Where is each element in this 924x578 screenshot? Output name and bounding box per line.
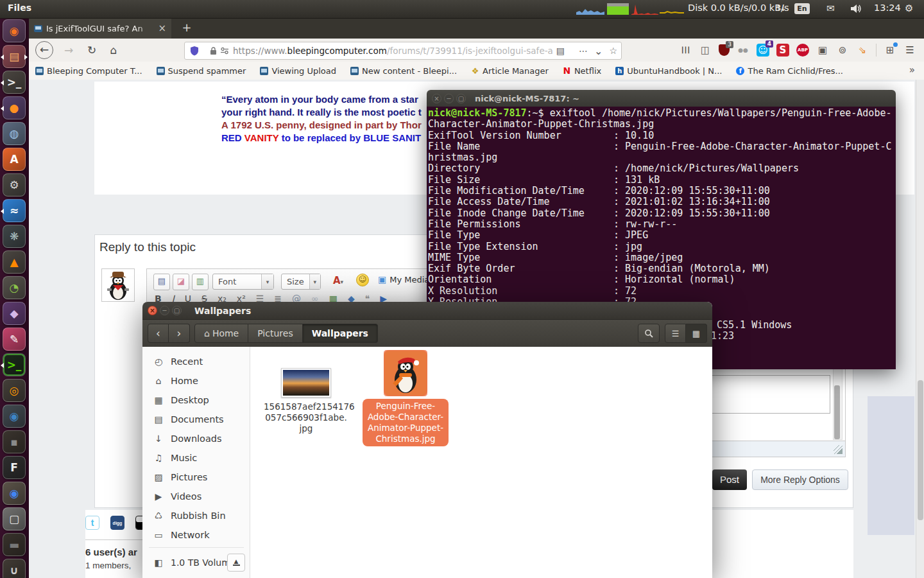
emoticon-button[interactable]: ☺	[356, 274, 369, 286]
sidebar-item-pictures[interactable]: ▨Pictures	[142, 468, 250, 487]
sidebar-item-documents[interactable]: ▤Documents	[142, 410, 250, 429]
launcher-item-shutter[interactable]: ❋	[3, 225, 26, 248]
disk-graph-icon[interactable]	[660, 3, 684, 15]
sidebar-item-home[interactable]: ⌂Home	[142, 371, 250, 390]
launcher-item-target-app[interactable]: ◎	[3, 379, 26, 402]
launcher-item-disk-usage-analyzer[interactable]: ◔	[3, 276, 26, 299]
account-icon[interactable]: ⊚	[836, 44, 849, 57]
home-button[interactable]: ⌂	[105, 41, 123, 59]
font-color-button[interactable]: A▾	[333, 275, 343, 286]
pocket-icon[interactable]: ⌄	[594, 45, 603, 57]
spheres-icon[interactable]: ●●	[737, 44, 749, 57]
list-view-button[interactable]: ☰	[665, 324, 686, 343]
bookmark-item[interactable]: Suspend spammer	[157, 66, 246, 76]
launcher-item-dark-app-2[interactable]: ▬	[3, 533, 26, 556]
launcher-item-purple-app[interactable]: ◆	[3, 302, 26, 325]
digg-share[interactable]: digg	[110, 516, 124, 530]
clock[interactable]: 13:24	[874, 3, 901, 13]
launcher-item-ubuntu-software[interactable]: A	[3, 148, 26, 171]
url-bar[interactable]: https://www.bleepingcomputer.com/forums/…	[184, 42, 622, 60]
files-titlebar[interactable]: × − ▢ Wallpapers	[142, 302, 712, 320]
my-media-button[interactable]: ▣ My Media	[378, 274, 429, 285]
launcher-item-green-terminal[interactable]: >_	[3, 353, 26, 376]
keyboard-layout-indicator[interactable]: En	[794, 3, 810, 14]
launcher-item-bottle-app[interactable]: ∪	[3, 559, 26, 578]
sidebar-item-desktop[interactable]: ▦Desktop	[142, 390, 250, 410]
template-button[interactable]: ▥	[192, 274, 209, 290]
file-item[interactable]: 1561587aef2154176 057c566903f1abe. jpg	[264, 368, 348, 434]
library-icon[interactable]: ☰	[679, 44, 692, 57]
close-icon[interactable]: ×	[148, 306, 157, 315]
reader-mode-icon[interactable]: ▤	[556, 46, 565, 56]
browser-tab[interactable]: Is jExifToolGUI safe? An ×	[29, 18, 171, 39]
forward-button[interactable]: ›	[169, 324, 190, 343]
app-menu-files[interactable]: Files	[8, 3, 31, 13]
sidebar-icon[interactable]: ◫	[699, 44, 712, 57]
bookmark-item[interactable]: hUbuntuHandbook | N...	[615, 66, 722, 76]
forward-button[interactable]: →	[60, 41, 78, 59]
maximize-icon[interactable]: ▢	[172, 306, 182, 315]
launcher-item-chrome[interactable]: ◉	[3, 482, 26, 505]
mail-envelope-icon[interactable]: ✉	[826, 3, 835, 14]
minimize-icon[interactable]: −	[160, 306, 169, 315]
ghostery-icon[interactable]: ☺4	[757, 44, 769, 57]
page-scrollbar[interactable]	[916, 80, 924, 578]
launcher-item-system-monitor[interactable]: ≈	[3, 199, 26, 222]
bookmark-item[interactable]: Viewing Upload	[260, 66, 336, 76]
breadcrumb-pictures[interactable]: Pictures	[248, 324, 302, 343]
network-graph-icon[interactable]	[631, 3, 658, 15]
twitter-share[interactable]: t	[85, 516, 99, 530]
sidebar-item-network[interactable]: ▭Network	[142, 525, 250, 545]
sidebar-item-downloads[interactable]: ↓Downloads	[142, 429, 250, 448]
grid-view-button[interactable]: ▦	[686, 324, 707, 343]
close-icon[interactable]: ×	[432, 94, 441, 103]
network-arrows-icon[interactable]: ↑↓	[775, 3, 784, 13]
source-button[interactable]: ▤	[153, 274, 170, 290]
ublock-icon[interactable]: 3	[719, 44, 730, 56]
launcher-item-silver-app[interactable]: ▢	[3, 507, 26, 530]
bookmark-item[interactable]: fThe Ram Cichlid/Fres...	[736, 66, 843, 76]
editor-scrollbar-thumb[interactable]	[834, 385, 840, 439]
launcher-item-ubuntu-dash[interactable]: ◉	[3, 19, 26, 42]
menu-icon[interactable]: ☰	[903, 44, 916, 57]
launcher-item-vlc[interactable]: ▲	[3, 250, 26, 274]
launcher-item-system-settings[interactable]: ⚙	[3, 173, 26, 197]
sidebar-item-videos[interactable]: ▶Videos	[142, 487, 250, 506]
launcher-item-dark-app[interactable]: ▪	[3, 430, 26, 453]
launcher-item-chromium[interactable]: ◍	[3, 122, 26, 145]
new-tab-button[interactable]: +	[179, 21, 194, 34]
size-dropdown[interactable]: Size ▾	[281, 274, 321, 290]
volume-icon[interactable]	[851, 4, 862, 13]
file-item-selected[interactable]: Penguin-Free- Adobe-Character- Animator-…	[363, 350, 449, 446]
more-reply-options-button[interactable]: More Reply Options	[752, 469, 848, 490]
cpu-graph-icon[interactable]	[576, 3, 604, 15]
maximize-icon[interactable]: ▢	[456, 94, 466, 103]
sidebar-item-music[interactable]: ♫Music	[142, 448, 250, 468]
chevron-down-icon[interactable]: ▾	[261, 274, 273, 289]
eject-button[interactable]: ▲	[227, 554, 245, 572]
launcher-item-globe-app[interactable]: ◉	[3, 405, 26, 428]
bookmark-star-icon[interactable]: ☆	[609, 46, 617, 56]
abp-icon[interactable]: ABP	[796, 44, 809, 57]
launcher-item-firefox[interactable]: ●	[3, 96, 26, 119]
launcher-item-paint-app[interactable]: ✎	[3, 328, 26, 351]
sidebar-device-1-0-tb-volume[interactable]: ◧1.0 TB Volume▲	[142, 552, 250, 573]
back-button[interactable]: ‹	[148, 324, 169, 343]
page-actions-icon[interactable]: ⋯	[579, 46, 588, 56]
lock-icon[interactable]	[210, 47, 217, 55]
sidebar-item-recent[interactable]: ◴Recent	[142, 352, 250, 371]
session-gear-icon[interactable]: ⚙	[905, 3, 913, 14]
minimize-icon[interactable]: −	[444, 94, 454, 103]
gift-icon[interactable]: ⊞	[884, 44, 896, 57]
tabs-icon[interactable]: ▣	[816, 44, 829, 57]
post-button[interactable]: Post	[712, 469, 747, 490]
sidebar-device-computer[interactable]: ◧Computer	[142, 574, 250, 578]
bookmark-item[interactable]: ❖Article Manager	[471, 66, 549, 76]
launcher-item-files[interactable]: ▤	[3, 45, 26, 68]
bookmark-item[interactable]: New content - Bleepi...	[350, 66, 457, 76]
memory-graph-icon[interactable]	[607, 3, 629, 15]
resize-grip-icon[interactable]	[834, 445, 843, 454]
eraser-button[interactable]: ◪	[173, 274, 189, 290]
sidebar-item-rubbish-bin[interactable]: ♺Rubbish Bin	[142, 506, 250, 525]
s-extension-icon[interactable]: S	[776, 44, 789, 57]
